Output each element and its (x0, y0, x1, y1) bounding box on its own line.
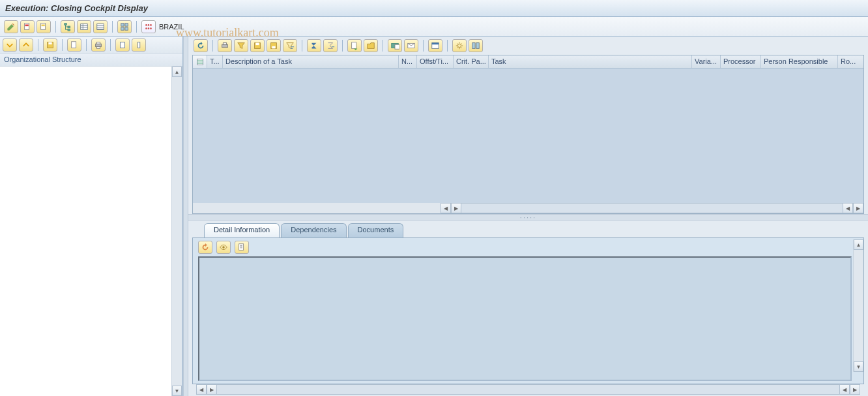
export-icon[interactable] (347, 39, 362, 52)
pencil-icon[interactable] (4, 20, 18, 33)
scroll-right-inner-icon[interactable]: ▶ (451, 203, 461, 213)
scroll-track[interactable] (461, 203, 843, 213)
col-description[interactable]: Description of a Task (223, 55, 399, 68)
task-grid[interactable]: T... Description of a Task N... Offst/Ti… (192, 55, 864, 214)
settings-icon[interactable] (452, 39, 467, 52)
expand-icon[interactable] (3, 38, 17, 52)
open-icon[interactable] (67, 38, 81, 52)
scroll-down-icon[interactable]: ▼ (854, 361, 863, 372)
left-toolbar (0, 37, 182, 53)
layout-switch-icon[interactable] (428, 39, 442, 52)
scroll-left-icon[interactable]: ◀ (196, 384, 207, 395)
left-scrollbar[interactable]: ▲ ▼ (171, 67, 182, 396)
scroll-right-icon[interactable]: ▶ (850, 384, 860, 395)
sum-icon[interactable] (307, 39, 321, 52)
svg-rect-30 (255, 43, 259, 46)
grid-body[interactable] (193, 69, 863, 203)
save-icon[interactable] (43, 38, 57, 52)
bottom-hscroll[interactable]: ◀ ▶ ◀ ▶ (196, 384, 860, 395)
task-grid-section: T... Description of a Task N... Offst/Ti… (192, 39, 864, 214)
horizontal-splitter[interactable]: ····· (188, 214, 868, 221)
col-variant[interactable]: Varia... (692, 55, 721, 68)
brazil-label: BRAZIL (158, 23, 184, 31)
tab-body: ▲ ▼ (192, 237, 864, 384)
svg-rect-26 (137, 42, 140, 48)
detail-content[interactable] (198, 256, 852, 381)
sort-filter-icon[interactable] (283, 39, 297, 52)
print-layout-icon[interactable] (218, 39, 232, 52)
open-file-icon[interactable] (364, 39, 378, 52)
save-layout-icon[interactable] (250, 39, 265, 52)
toolbar-separator (112, 21, 113, 33)
scroll-up-icon[interactable]: ▲ (854, 239, 863, 250)
detail-display-icon[interactable] (216, 241, 231, 254)
more-icon[interactable] (132, 38, 146, 52)
svg-rect-25 (121, 42, 125, 48)
tools-icon[interactable] (469, 39, 483, 52)
table-filter-icon[interactable] (77, 20, 91, 33)
col-responsible[interactable]: Person Responsible (761, 55, 838, 68)
col-type[interactable]: T... (207, 55, 223, 68)
vertical-splitter[interactable] (183, 37, 188, 396)
svg-rect-9 (121, 23, 124, 25)
document-yellow-icon[interactable] (36, 20, 51, 33)
scroll-down-icon[interactable]: ▼ (172, 386, 182, 396)
scroll-up-icon[interactable]: ▲ (172, 67, 182, 77)
filter-icon[interactable] (234, 39, 248, 52)
scroll-left-icon[interactable]: ◀ (441, 203, 451, 213)
svg-rect-2 (41, 23, 46, 29)
toolbar-separator (302, 40, 302, 52)
scroll-left-end-icon[interactable]: ◀ (839, 384, 850, 395)
svg-point-18 (150, 27, 152, 29)
tab-dependencies[interactable]: Dependencies (281, 223, 346, 237)
subtotal-icon[interactable] (323, 39, 338, 52)
toolbar-separator (447, 40, 448, 52)
svg-rect-11 (121, 27, 124, 29)
grid-layout-icon[interactable] (117, 20, 132, 33)
tab-documents[interactable]: Documents (348, 223, 404, 237)
toolbar-separator (38, 39, 38, 51)
toolbar-separator (55, 21, 56, 33)
document-red-icon[interactable] (20, 20, 35, 33)
svg-point-15 (150, 24, 152, 26)
col-processor[interactable]: Processor (721, 55, 761, 68)
svg-rect-33 (352, 42, 356, 49)
svg-rect-35 (395, 44, 399, 49)
tree-icon[interactable] (61, 20, 75, 33)
save-variant-icon[interactable] (267, 39, 281, 52)
col-offset[interactable]: Offst/Ti... (417, 55, 454, 68)
tab-detail-information[interactable]: Detail Information (204, 223, 280, 237)
mail-icon[interactable] (404, 39, 418, 52)
table-icon[interactable] (93, 20, 108, 33)
select-all-column[interactable] (193, 55, 207, 68)
refresh-icon[interactable] (194, 39, 208, 52)
collapse-icon[interactable] (19, 38, 33, 52)
svg-rect-24 (96, 46, 100, 48)
detail-print-icon[interactable] (235, 241, 249, 254)
svg-rect-3 (42, 24, 45, 26)
scroll-right-inner-icon[interactable]: ▶ (207, 384, 217, 395)
attach-icon[interactable] (388, 39, 402, 52)
org-structure-header: Organizational Structure (0, 53, 182, 67)
col-task[interactable]: Task (489, 55, 692, 68)
org-structure-tree[interactable]: ▲ ▼ (0, 67, 182, 396)
col-ro[interactable]: Ro... (838, 55, 858, 68)
scroll-right-icon[interactable]: ▶ (853, 203, 863, 213)
scroll-left-end-icon[interactable]: ◀ (843, 203, 853, 213)
col-n[interactable]: N... (399, 55, 417, 68)
scroll-track[interactable] (217, 384, 839, 395)
detail-scrollbar[interactable]: ▲ ▼ (853, 239, 863, 372)
print-icon[interactable] (91, 38, 106, 52)
grid-header: T... Description of a Task N... Offst/Ti… (193, 55, 863, 69)
col-crit-path[interactable]: Crit. Pa... (454, 55, 489, 68)
toolbar-separator (136, 21, 137, 33)
brazil-dots-icon[interactable] (141, 20, 156, 33)
layout-icon[interactable] (115, 38, 130, 52)
toolbar-separator (110, 39, 111, 51)
grid-hscroll[interactable]: ◀ ▶ ◀ ▶ (193, 203, 863, 213)
application-toolbar: BRAZIL (0, 17, 868, 37)
svg-rect-22 (96, 44, 102, 46)
detail-refresh-icon[interactable] (198, 241, 212, 254)
svg-point-17 (148, 27, 150, 29)
svg-point-13 (145, 24, 147, 26)
